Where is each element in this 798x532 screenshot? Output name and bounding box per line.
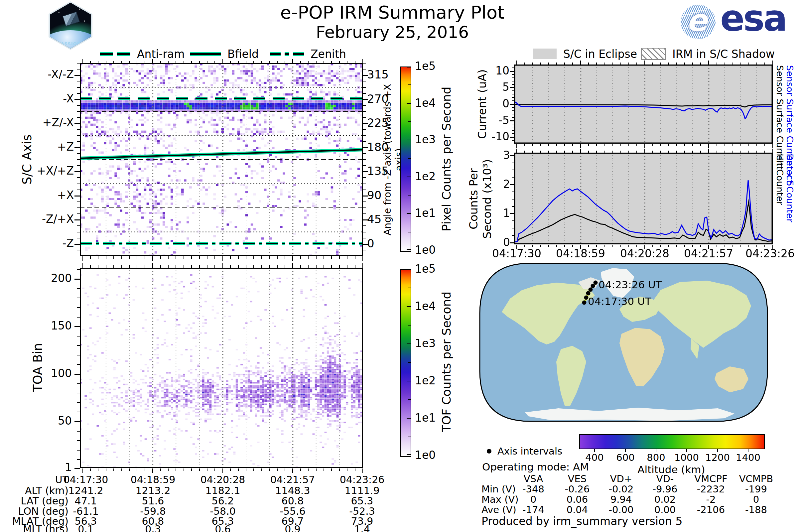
tick-mark	[129, 256, 130, 259]
voltage-value: -0.00	[598, 505, 644, 515]
tick-mark	[596, 245, 597, 247]
tick-mark	[207, 469, 208, 471]
tick-mark	[285, 256, 285, 259]
anti-ram-line-sample	[100, 52, 113, 56]
ephemeris-value: 04:23:26	[332, 474, 392, 486]
detect-counter-label: Detect Counter	[785, 154, 795, 253]
tick-mark	[199, 61, 200, 63]
tick-mark	[331, 61, 332, 63]
voltage-value: -2232	[688, 484, 734, 495]
tick-mark	[82, 59, 83, 63]
tick-mark	[512, 74, 514, 75]
tick-mark	[363, 123, 368, 124]
tick-mark	[564, 245, 565, 247]
tick-mark	[145, 61, 145, 63]
sc-axis-tick-label: +Z	[23, 141, 74, 153]
ephemeris-value: 0.9	[263, 524, 323, 532]
tick-mark	[77, 450, 80, 451]
tick-mark	[676, 62, 677, 64]
tick-mark	[106, 256, 107, 259]
tick-mark	[77, 69, 80, 70]
tick-mark	[285, 469, 285, 471]
angle-tick-label: 0	[367, 237, 404, 250]
tick-mark	[355, 256, 356, 259]
tick-mark	[269, 61, 270, 63]
tick-mark	[331, 469, 332, 471]
angle-tick-label: 45	[367, 213, 404, 226]
tick-mark	[308, 61, 308, 63]
tick-mark	[113, 61, 114, 63]
legend-anti-ram-label: Anti-ram	[137, 48, 185, 60]
tick-mark	[512, 235, 514, 236]
tick-mark	[692, 245, 693, 247]
tick-mark	[512, 114, 514, 114]
voltage-value: -0.02	[598, 484, 644, 495]
voltage-value: -199	[733, 484, 779, 495]
tick-mark	[238, 61, 239, 63]
tick-mark	[757, 144, 757, 146]
tick-mark	[292, 263, 293, 268]
tick-mark	[408, 399, 411, 400]
tick-mark	[77, 364, 80, 365]
tick-mark	[660, 151, 661, 153]
tick-mark	[684, 245, 685, 247]
tick-mark	[512, 91, 514, 91]
tick-mark	[408, 121, 411, 122]
tick-mark	[733, 62, 733, 64]
tick-mark	[512, 77, 514, 78]
legend-irm-shadow-label: IRM in S/C Shadow	[672, 48, 775, 60]
tick-mark	[512, 110, 514, 111]
tick-mark	[292, 256, 293, 261]
tick-mark	[692, 62, 693, 64]
tick-mark	[77, 141, 80, 142]
tick-mark	[223, 256, 223, 261]
tick-mark	[612, 151, 613, 153]
operating-mode-label: Operating mode: AM	[482, 461, 589, 473]
tick-mark	[692, 144, 693, 146]
tof-colorbar-label: TOF Counts per Second	[440, 271, 453, 453]
tick-mark	[207, 256, 208, 259]
tick-mark	[668, 62, 669, 64]
tick-mark	[625, 449, 626, 452]
tick-mark	[253, 61, 254, 63]
tick-mark	[764, 151, 765, 153]
tick-mark	[98, 469, 98, 471]
tick-mark	[90, 61, 91, 63]
map-track-end-time-label: 04:23:26 UT	[598, 279, 662, 291]
tick-mark	[75, 220, 80, 221]
tick-mark	[199, 469, 200, 471]
tick-mark	[540, 144, 541, 146]
tick-mark	[137, 469, 137, 471]
tick-mark	[160, 265, 161, 268]
tick-mark	[230, 469, 231, 471]
tick-mark	[362, 263, 363, 268]
tick-mark	[407, 140, 411, 140]
tick-mark	[407, 454, 411, 455]
tick-mark	[77, 177, 80, 178]
tick-mark	[572, 245, 573, 247]
epop-irm-summary-page: CASSIOPE e-POP IRM Summary Plot February…	[0, 0, 798, 532]
tick-mark	[512, 117, 514, 118]
tick-mark	[77, 250, 80, 250]
tick-mark	[77, 208, 80, 208]
pixel-cb-tick-label: 1e1	[415, 207, 446, 220]
tick-mark	[277, 61, 278, 63]
tick-mark	[556, 62, 557, 64]
tick-mark	[628, 151, 629, 153]
tick-mark	[300, 469, 301, 471]
tick-mark	[628, 144, 629, 146]
tick-mark	[77, 412, 80, 412]
voltage-value: -174	[510, 505, 557, 515]
tick-mark	[717, 151, 717, 153]
tick-mark	[246, 265, 246, 268]
tick-mark	[588, 151, 589, 153]
tick-mark	[656, 449, 657, 452]
tick-mark	[408, 362, 411, 363]
tick-mark	[556, 144, 557, 146]
tick-mark	[90, 265, 91, 268]
patch-background: CASSIOPE	[50, 3, 91, 49]
voltage-col-header: VCMPB	[733, 474, 779, 484]
tick-mark	[77, 153, 80, 154]
tick-mark	[75, 171, 80, 172]
tick-mark	[77, 111, 80, 112]
